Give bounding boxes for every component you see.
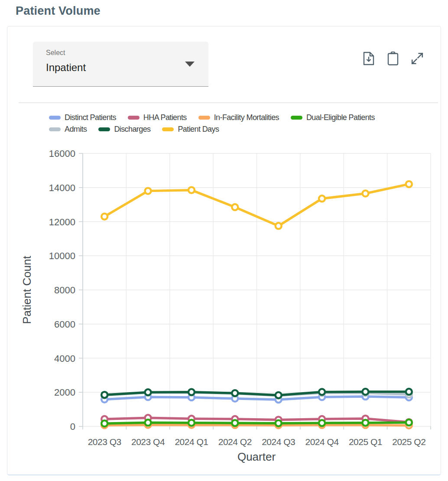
data-point[interactable] <box>319 389 325 395</box>
copy-button[interactable] <box>386 51 400 66</box>
data-point[interactable] <box>101 392 107 398</box>
data-point[interactable] <box>145 419 151 426</box>
legend-label: Patient Days <box>178 125 219 134</box>
data-point[interactable] <box>276 420 282 426</box>
chart-toolbar <box>362 51 424 66</box>
y-tick-label: 16000 <box>49 148 75 159</box>
data-point[interactable] <box>101 214 107 220</box>
data-point[interactable] <box>188 187 195 193</box>
select-value: Inpatient <box>46 62 86 74</box>
legend-swatch-icon <box>98 127 110 131</box>
x-axis-title: Quarter <box>237 450 276 463</box>
clipboard-icon <box>387 52 399 65</box>
data-point[interactable] <box>319 420 325 426</box>
legend-swatch-icon <box>162 127 174 131</box>
data-point[interactable] <box>362 389 368 395</box>
legend-swatch-icon <box>49 127 61 131</box>
select-label: Select <box>46 49 65 57</box>
download-button[interactable] <box>362 51 376 66</box>
patient-type-select[interactable]: Select Inpatient <box>33 42 208 87</box>
legend-label: Admits <box>65 125 87 134</box>
data-point[interactable] <box>188 389 195 395</box>
data-point[interactable] <box>276 392 282 398</box>
legend-row: Distinct PatientsHHA PatientsIn-Facility… <box>49 113 430 122</box>
x-tick-label: 2024 Q2 <box>218 437 252 447</box>
x-tick-label: 2024 Q4 <box>305 437 339 447</box>
legend-label: Dual-Eligible Patients <box>306 113 375 122</box>
y-tick-label: 4000 <box>54 353 75 364</box>
y-tick-label: 2000 <box>54 387 75 398</box>
data-point[interactable] <box>406 389 412 395</box>
data-point[interactable] <box>232 420 238 426</box>
legend-swatch-icon <box>49 116 61 120</box>
legend-swatch-icon <box>128 116 140 120</box>
data-point[interactable] <box>232 204 238 210</box>
y-tick-label: 6000 <box>54 319 75 330</box>
data-point[interactable] <box>145 188 151 194</box>
data-point[interactable] <box>406 181 412 187</box>
y-tick-label: 8000 <box>54 285 75 296</box>
x-tick-label: 2024 Q3 <box>262 437 295 447</box>
legend-item-discharges[interactable]: Discharges <box>98 125 150 134</box>
legend-item-admits[interactable]: Admits <box>49 125 87 134</box>
x-tick-label: 2023 Q3 <box>88 437 121 447</box>
data-point[interactable] <box>362 191 368 197</box>
data-point[interactable] <box>101 420 107 426</box>
download-file-icon <box>363 52 374 65</box>
data-point[interactable] <box>406 419 412 426</box>
x-tick-label: 2025 Q2 <box>392 437 425 447</box>
patient-volume-chart: Patient Count Quarter 020004000600080001… <box>7 143 441 473</box>
legend-label: Distinct Patients <box>65 113 116 122</box>
y-tick-label: 12000 <box>49 217 75 228</box>
legend-row: AdmitsDischargesPatient Days <box>49 125 430 134</box>
legend-item-distinct-patients[interactable]: Distinct Patients <box>49 113 116 122</box>
legend-item-dual-eligible-patients[interactable]: Dual-Eligible Patients <box>291 113 375 122</box>
data-point[interactable] <box>276 223 282 229</box>
x-tick-label: 2023 Q4 <box>131 437 165 447</box>
gridlines <box>83 153 431 426</box>
divider <box>19 102 438 103</box>
y-tick-label: 0 <box>70 421 75 432</box>
legend-item-hha-patients[interactable]: HHA Patients <box>128 113 187 122</box>
x-tick-label: 2025 Q1 <box>349 437 382 447</box>
legend-swatch-icon <box>291 116 302 120</box>
data-point[interactable] <box>362 420 368 426</box>
expand-button[interactable] <box>410 51 424 66</box>
data-point[interactable] <box>232 390 238 396</box>
data-point[interactable] <box>188 420 195 426</box>
chevron-down-icon <box>185 62 195 67</box>
expand-icon <box>411 52 424 65</box>
legend-label: Discharges <box>114 125 150 134</box>
data-point[interactable] <box>145 389 151 395</box>
legend-label: In-Facility Mortalities <box>214 113 279 122</box>
legend-swatch-icon <box>198 116 210 120</box>
page-title: Patient Volume <box>16 4 101 18</box>
y-tick-label: 10000 <box>49 250 75 261</box>
legend-item-patient-days[interactable]: Patient Days <box>162 125 219 134</box>
legend-label: HHA Patients <box>143 113 187 122</box>
y-axis-title: Patient Count <box>20 255 33 324</box>
x-tick-label: 2024 Q1 <box>175 437 208 447</box>
patient-volume-card: Select Inpatient Distinct PatientsHHA P <box>7 26 441 475</box>
chart-legend: Distinct PatientsHHA PatientsIn-Facility… <box>49 113 430 134</box>
data-point[interactable] <box>319 195 325 202</box>
y-tick-label: 14000 <box>49 182 75 193</box>
legend-item-in-facility-mortalities[interactable]: In-Facility Mortalities <box>198 113 279 122</box>
